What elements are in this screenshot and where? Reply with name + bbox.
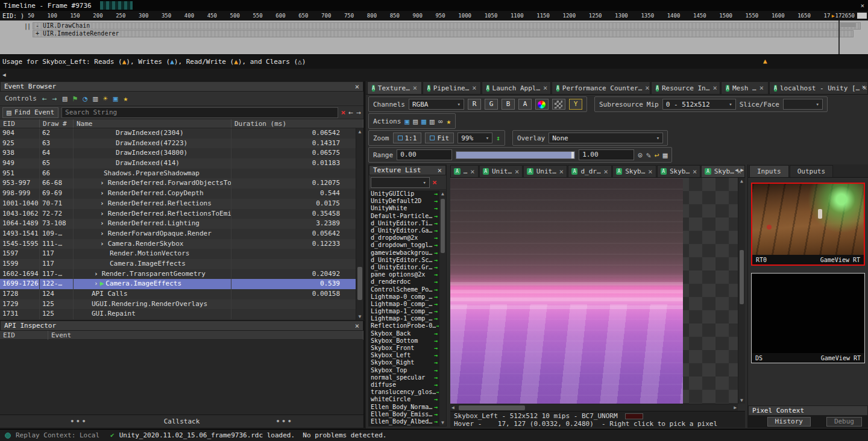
range-min-input[interactable]: 0.00 [397, 149, 452, 160]
expander-icon[interactable]: › [100, 219, 104, 227]
channels-dropdown[interactable]: RGBA▾ [409, 99, 464, 110]
texture-list-item[interactable]: Skybox_Top → [369, 367, 439, 374]
event-row[interactable]: 1493-1541 109-… ›RenderForwardOpaque.Ren… [0, 229, 356, 239]
range-slider[interactable] [456, 151, 575, 159]
open-texture-icon[interactable]: ▤ [413, 117, 418, 126]
event-row[interactable]: 951 66 Shadows.PrepareShadowmap [0, 169, 356, 179]
skybox-left-texture[interactable] [450, 178, 683, 404]
gamma-wheel-button[interactable] [535, 99, 549, 110]
event-row[interactable]: 1728 124 API Calls 0.00158 [0, 289, 356, 299]
texture-list-item[interactable]: UnityWhite → [369, 205, 439, 212]
goto-usage-icon[interactable]: → [434, 190, 438, 198]
rt0-thumbnail[interactable]: RT0 GameView RT [751, 183, 865, 266]
texture-tab[interactable]: A d_dr… × [568, 165, 612, 177]
goto-usage-icon[interactable]: → [434, 411, 438, 418]
bookmark-flag-icon[interactable]: ⚑ [72, 95, 77, 102]
tabs-scroll-left-icon[interactable]: ◀ [735, 167, 738, 173]
follow-link-icon[interactable]: ∞ [438, 117, 443, 126]
texture-list-item[interactable]: Lightmap-0_comp_… → [369, 301, 439, 308]
goto-usage-icon[interactable]: → [434, 367, 438, 374]
goto-usage-icon[interactable]: → [434, 345, 438, 352]
texture-tab[interactable]: A Unit… × [479, 165, 523, 177]
clear-filter-icon[interactable]: × [432, 178, 437, 187]
mip-dropdown[interactable]: 0 - 512x512▾ [662, 99, 736, 110]
close-icon[interactable]: × [543, 84, 547, 92]
io-tab[interactable]: Outputs [790, 165, 833, 177]
scroll-down-icon[interactable]: ▼ [738, 398, 745, 403]
scroll-down-icon[interactable]: ▼ [439, 420, 446, 425]
io-tab[interactable]: Inputs [749, 165, 789, 177]
texture-list-item[interactable]: ControlScheme_Po… → [369, 286, 439, 293]
document-tab[interactable]: A Mesh … × [721, 81, 769, 94]
close-icon[interactable]: × [438, 167, 442, 174]
copy-texture-icon[interactable]: ▦ [421, 117, 426, 126]
reset-range-icon[interactable]: ↩ [655, 151, 659, 160]
callstack-tab[interactable]: Callstack [158, 418, 206, 425]
event-row[interactable]: 925 63 DrawIndexed(47223) 0.14317 [0, 139, 356, 149]
texture-horizontal-scrollbar[interactable]: ◀ ▶ [450, 404, 738, 411]
history-button[interactable]: History [767, 417, 811, 427]
col-draw[interactable]: Draw # [40, 119, 74, 128]
close-icon[interactable]: × [355, 83, 359, 90]
time-durations-icon[interactable]: ◔ [83, 95, 87, 102]
texture-list-item[interactable]: d_dropdown_toggl… → [369, 242, 439, 249]
statistics-icon[interactable]: ▥ [93, 95, 98, 102]
document-tab[interactable]: A Launch Appl… × [482, 81, 551, 94]
goto-usage-icon[interactable]: → [434, 286, 438, 293]
close-icon[interactable]: × [355, 322, 359, 330]
texture-list-item[interactable]: Ellen_Body_Emiss… → [369, 411, 439, 418]
texture-list-item[interactable]: pane options@2x → [369, 271, 439, 278]
goto-usage-icon[interactable]: → [434, 425, 438, 426]
texture-list-item[interactable]: d_dropdown@2x → [369, 234, 439, 242]
timeline-cursor[interactable] [838, 20, 840, 54]
document-tab[interactable]: A Performance Counter… × [552, 81, 650, 94]
expander-icon[interactable]: › [94, 270, 98, 278]
close-icon[interactable]: × [413, 84, 417, 92]
timeline-cursor-handle[interactable] [840, 22, 856, 27]
event-row[interactable]: 998-999 69-69 ›RenderDeferred.CopyDepth … [0, 189, 356, 199]
texture-list-item[interactable]: gameviewbackgrou… → [369, 249, 439, 257]
highlight-icon[interactable]: ☀ [103, 95, 108, 102]
collapse-panel-icon[interactable]: ◀ [0, 70, 8, 79]
document-tab[interactable]: A localhost - Unity [… × [769, 81, 868, 94]
zoom-fit-button[interactable]: Fit [425, 133, 454, 143]
goto-usage-icon[interactable]: → [434, 337, 438, 345]
texture-list-item[interactable]: Ellen_Body_Norma… → [369, 403, 439, 410]
goto-usage-icon[interactable]: → [434, 198, 438, 205]
goto-usage-icon[interactable]: → [434, 257, 438, 264]
clear-search-icon[interactable]: × [341, 108, 346, 117]
scroll-up-icon[interactable]: ▲ [439, 191, 446, 196]
event-row[interactable]: 1602-1694 117-… ›Render.TransparentGeome… [0, 269, 356, 280]
event-row[interactable]: 1599 117 Camera.ImageEffects [0, 259, 356, 269]
scroll-thumb[interactable] [441, 199, 445, 253]
texture-list-item[interactable]: Skybox_Left → [369, 352, 439, 359]
texture-list-item[interactable]: diffuse → [369, 381, 439, 389]
histogram-icon[interactable]: ▦ [663, 151, 668, 160]
timeline-ruler[interactable]: EID: ) 501001502002503003504004505005506… [0, 11, 868, 20]
goto-usage-icon[interactable]: → [434, 308, 438, 315]
col-eid[interactable]: EID [0, 331, 48, 340]
goto-usage-icon[interactable]: → [434, 242, 438, 249]
save-texture-icon[interactable]: ▣ [404, 117, 409, 126]
goto-usage-icon[interactable]: → [434, 374, 438, 381]
goto-usage-icon[interactable]: → [434, 359, 438, 366]
event-row[interactable]: 1001-1040 70-71 ›RenderDeferred.Reflecti… [0, 199, 356, 209]
event-row[interactable]: 938 64 DrawIndexed(34800) 0.06575 [0, 148, 356, 158]
event-row[interactable]: 953-997 66-68 ›RenderDeferred.ForwardObj… [0, 178, 356, 189]
scroll-up-icon[interactable]: ▲ [738, 178, 745, 184]
drag-grip-icon[interactable]: || [24, 23, 30, 30]
zoom-range-icon[interactable]: ⊙ [638, 151, 643, 160]
texture-tab[interactable]: A … × [450, 165, 479, 177]
goto-usage-icon[interactable]: → [434, 293, 438, 301]
timeline-tracks[interactable]: || - UIR.DrawChain + UIR.ImmediateRender… [0, 20, 868, 54]
search-input[interactable] [61, 107, 338, 118]
col-name[interactable]: Name [74, 119, 231, 128]
document-tab[interactable]: A Resource In… × [651, 81, 720, 94]
texture-list-item[interactable]: Lightmap-0_comp_… → [369, 293, 439, 301]
event-row[interactable]: 1545-1595 111-… ›Camera.RenderSkybox 0.1… [0, 239, 356, 249]
close-icon[interactable]: × [648, 168, 652, 175]
expander-icon[interactable]: › [100, 230, 104, 237]
col-event[interactable]: Event [48, 331, 363, 340]
prev-event-icon[interactable]: ← [42, 95, 47, 102]
ds-thumbnail[interactable]: DS GameView RT [751, 273, 865, 363]
